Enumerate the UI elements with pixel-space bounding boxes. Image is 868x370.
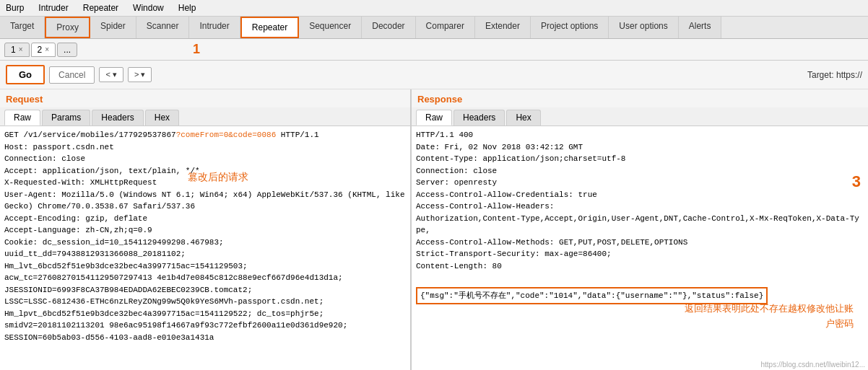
tab-spider[interactable]: Spider: [90, 17, 136, 38]
tab-decoder[interactable]: Decoder: [362, 17, 415, 38]
tab-comparer[interactable]: Comparer: [416, 17, 475, 38]
watermark: https://blog.csdn.net/llweibin12...: [760, 361, 865, 369]
request-content[interactable]: GET /v1/service/mobiles/177929537867?com…: [0, 126, 410, 370]
tab-repeater[interactable]: Repeater: [240, 17, 299, 38]
tab-project-options[interactable]: Project options: [531, 17, 609, 38]
request-line-1: GET /v1/service/mobiles/177929537867?com…: [4, 129, 406, 141]
request-tab-raw[interactable]: Raw: [4, 110, 40, 125]
response-content[interactable]: HTTP/1.1 400 Date: Fri, 02 Nov 2018 03:4…: [412, 126, 868, 370]
request-line-11: acw_tc=276082701541129507297413 4e1b4d7e…: [4, 272, 406, 284]
response-line-7: Access-Control-Allow-Headers:: [416, 201, 864, 213]
request-title: Request: [0, 89, 410, 107]
request-line-15: smidV2=20181102113201 98e6ac95198f14667a…: [4, 320, 406, 332]
tab-sequencer[interactable]: Sequencer: [299, 17, 362, 38]
go-button[interactable]: Go: [6, 65, 45, 84]
tab-target[interactable]: Target: [0, 17, 45, 38]
request-panel-tabs: Raw Params Headers Hex: [0, 107, 410, 126]
response-line-5: Server: openresty: [416, 177, 864, 189]
repeater-tab-2[interactable]: 2 ×: [31, 43, 56, 57]
request-tab-headers[interactable]: Headers: [92, 110, 143, 125]
request-line-10: Hm_lvt_6bcd52f51e9b3dce32bec4a3997715ac=…: [4, 260, 406, 273]
request-line-7: Accept-Encoding: gzip, deflate: [4, 213, 406, 225]
request-line-8: Accept-Language: zh-CN,zh;q=0.9: [4, 224, 406, 237]
response-tab-raw[interactable]: Raw: [416, 110, 452, 125]
response-line-6: Access-Control-Allow-Credentials: true: [416, 189, 864, 201]
step-2-number: 2: [144, 126, 153, 128]
menu-repeater[interactable]: Repeater: [80, 1, 121, 14]
step-3-number: 3: [852, 169, 861, 193]
menu-help[interactable]: Help: [175, 1, 199, 14]
request-line-3: Connection: close: [4, 153, 406, 165]
request-line-14: Hm_lpvt_6bcd52f51e9b3dce32bec4a3997715ac…: [4, 308, 406, 320]
response-line-4: Connection: close: [416, 165, 864, 177]
main-area: Request Raw Params Headers Hex GET /v1/s…: [0, 89, 868, 370]
response-panel-tabs: Raw Headers Hex: [412, 107, 868, 126]
controls-row: Go Cancel < ▾ > ▾ Target: https://: [0, 61, 868, 89]
main-tab-bar: Target Proxy Spider Scanner Intruder Rep…: [0, 17, 868, 39]
nav-back-button[interactable]: < ▾: [99, 67, 123, 82]
tab-proxy[interactable]: Proxy: [45, 17, 90, 38]
request-line-16: SESSION=60b5ab03-d556-4103-aad8-e010e3a1…: [4, 332, 406, 344]
nav-fwd-button[interactable]: > ▾: [128, 67, 152, 82]
repeater-tab-bar: 1 × 2 × ... 1: [0, 39, 868, 61]
repeater-tab-1[interactable]: 1 ×: [4, 43, 30, 57]
step-1-annotation: 1: [193, 42, 200, 57]
target-label: Target: https://: [807, 70, 862, 80]
response-line-9: Access-Control-Allow-Methods: GET,PUT,PO…: [416, 237, 864, 249]
response-annotation: 返回结果表明此处不存在越权修改他让账 户密码: [685, 301, 854, 332]
tab-alerts[interactable]: Alerts: [679, 17, 722, 38]
request-line-2: Host: passport.csdn.net: [4, 141, 406, 154]
menu-window[interactable]: Window: [130, 1, 167, 14]
repeater-tab-add[interactable]: ...: [57, 43, 77, 57]
response-line-8: Authorization,Content-Type,Accept,Origin…: [416, 213, 864, 237]
request-line-6: User-Agent: Mozilla/5.0 (Windows NT 6.1;…: [4, 189, 406, 213]
request-line-12: JSESSIONID=6993F8CA37B984EDADDA62EBEC023…: [4, 284, 406, 296]
menu-intruder[interactable]: Intruder: [35, 1, 71, 14]
request-tab-hex[interactable]: Hex: [145, 110, 179, 125]
response-tab-hex[interactable]: Hex: [506, 110, 540, 125]
request-tab-params[interactable]: Params: [42, 110, 90, 125]
tab-scanner[interactable]: Scanner: [136, 17, 190, 38]
repeater-tab-1-close[interactable]: ×: [19, 45, 23, 53]
request-annotation: 篡改后的请求: [188, 169, 248, 185]
request-line-13: LSSC=LSSC-6812436-ETHc6nzLReyZONg99w5Q0k…: [4, 296, 406, 308]
request-panel: Request Raw Params Headers Hex GET /v1/s…: [0, 89, 412, 370]
response-line-2: Date: Fri, 02 Nov 2018 03:42:12 GMT: [416, 141, 864, 154]
repeater-tab-2-close[interactable]: ×: [45, 45, 49, 53]
response-line-1: HTTP/1.1 400: [416, 129, 864, 141]
response-line-10: Strict-Transport-Security: max-age=86400…: [416, 248, 864, 260]
response-panel: Response Raw Headers Hex HTTP/1.1 400 Da…: [412, 89, 868, 370]
tab-user-options[interactable]: User options: [609, 17, 678, 38]
response-line-11: Content-Length: 80: [416, 260, 864, 273]
response-tab-headers[interactable]: Headers: [453, 110, 505, 125]
menu-bar: Burp Intruder Repeater Window Help: [0, 0, 868, 17]
response-title: Response: [412, 89, 868, 107]
menu-burp[interactable]: Burp: [3, 1, 27, 14]
response-line-3: Content-Type: application/json;charset=u…: [416, 153, 864, 165]
tab-extender[interactable]: Extender: [475, 17, 531, 38]
request-line-9: Cookie: dc_session_id=10_1541129499298.4…: [4, 237, 406, 260]
cancel-button[interactable]: Cancel: [49, 66, 95, 84]
tab-intruder[interactable]: Intruder: [189, 17, 240, 38]
